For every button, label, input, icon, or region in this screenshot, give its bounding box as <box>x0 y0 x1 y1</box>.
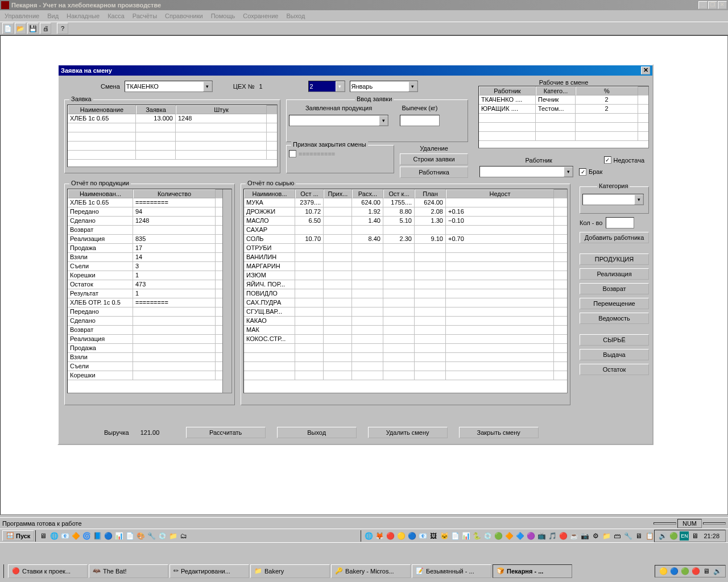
rasschitat-button[interactable]: Рассчитать <box>186 427 266 438</box>
table-row[interactable]: Остаток473 <box>68 280 231 289</box>
workers-grid[interactable]: Работник Катего... % ТКАЧЕНКО ....Печник… <box>478 86 649 148</box>
systray-icon[interactable]: 🔵 <box>669 567 679 576</box>
menu-kassa[interactable]: Касса <box>107 13 125 19</box>
table-row[interactable] <box>68 142 277 151</box>
table-row[interactable]: ХЛЕБ ОТР. 1с 0.5========= <box>68 298 231 307</box>
systray-icon[interactable]: 🖥 <box>702 567 711 576</box>
tray-icon[interactable]: ⚙ <box>591 531 600 541</box>
zakryt-smenu-button[interactable]: Закрыть смену <box>459 427 539 438</box>
systray-icon[interactable]: 🟢 <box>669 531 678 541</box>
tray-icon[interactable]: 🔷 <box>515 531 524 541</box>
tray-icon[interactable]: 🔧 <box>623 531 632 541</box>
table-row[interactable]: САХАР <box>244 226 567 235</box>
table-row[interactable]: Передано94 <box>68 207 231 217</box>
tray-icon[interactable]: 🟢 <box>494 531 503 541</box>
syrye-button[interactable]: СЫРЬЁ <box>580 334 649 346</box>
task-button[interactable]: 📁Bakery <box>250 564 330 578</box>
tray-icon[interactable]: 🎵 <box>548 531 557 541</box>
chevron-down-icon[interactable] <box>634 194 643 205</box>
task-button[interactable]: ✏Редактировани... <box>169 564 249 578</box>
chevron-down-icon[interactable] <box>336 81 345 92</box>
outlook-icon[interactable]: 📧 <box>60 531 69 541</box>
table-row[interactable]: КАКАО <box>244 317 567 326</box>
table-row[interactable]: Съели3 <box>68 262 231 271</box>
tray-icon[interactable]: 🐱 <box>440 531 449 541</box>
tray-icon[interactable]: 🌐 <box>364 531 373 541</box>
table-row[interactable]: КОКОС.СТР... <box>244 335 567 344</box>
vyhod-button[interactable]: Выход <box>277 427 357 438</box>
tray-icon[interactable]: 🖼 <box>429 531 438 541</box>
table-row[interactable]: Сделано1248 <box>68 217 231 226</box>
table-row[interactable]: Реализация835 <box>68 235 231 244</box>
tray-icon[interactable]: 📧 <box>418 531 427 541</box>
table-row[interactable]: ДРОЖЖИ10.721.928.802.08+0.16 <box>244 207 567 217</box>
table-row[interactable]: Передано <box>68 307 231 317</box>
start-button[interactable]: 🪟 Пуск <box>2 530 34 541</box>
tray-icon[interactable]: 🗃 <box>613 531 622 541</box>
table-row[interactable]: ХЛЕБ 1с 0.6513.0001248 <box>68 114 277 123</box>
systray-icon[interactable]: 🟡 <box>659 567 668 576</box>
kategoria-combo[interactable] <box>582 194 644 205</box>
table-row[interactable]: Возврат <box>68 226 231 235</box>
app-icon[interactable]: 🌀 <box>82 531 91 541</box>
tray-icon[interactable]: 📷 <box>580 531 589 541</box>
chevron-down-icon[interactable] <box>203 81 212 92</box>
dialog-titlebar[interactable]: Заявка на смену ✕ <box>59 65 652 76</box>
scrollbar[interactable] <box>222 189 231 393</box>
udalit-smenu-button[interactable]: Удалить смену <box>368 427 448 438</box>
print-icon[interactable]: 🖨 <box>40 23 51 34</box>
otchet-prod-grid[interactable]: Наименован... Количество ХЛЕБ 1с 0.65===… <box>67 189 232 393</box>
app-icon[interactable]: 🔧 <box>147 531 156 541</box>
systray-icon[interactable]: 🟢 <box>680 567 689 576</box>
tray-icon[interactable]: 📊 <box>461 531 470 541</box>
table-row[interactable]: Съели <box>68 362 231 371</box>
vvod-vypech-input[interactable] <box>400 115 440 126</box>
realizacia-button[interactable]: Реализация <box>580 268 649 280</box>
table-row[interactable]: Взяли14 <box>68 253 231 262</box>
systray-icon[interactable]: 🔊 <box>713 567 722 576</box>
tray-icon[interactable]: 📺 <box>537 531 546 541</box>
tray-icon[interactable]: 🔶 <box>504 531 514 541</box>
kolvo-input[interactable] <box>606 217 634 228</box>
table-row[interactable]: МАК <box>244 326 567 335</box>
table-row[interactable]: Продажа <box>68 344 231 353</box>
month-combo[interactable]: Январь <box>350 81 418 92</box>
table-row[interactable] <box>244 353 567 362</box>
table-row[interactable] <box>244 362 567 371</box>
menu-nakladnye[interactable]: Накладные <box>67 13 100 19</box>
table-row[interactable]: ИЗЮМ <box>244 271 567 280</box>
app-icon[interactable]: 📘 <box>93 531 102 541</box>
table-row[interactable] <box>479 123 648 132</box>
otchet-syr-grid[interactable]: Наиминов... Ост ... Прих... Расх... Ост … <box>243 189 568 393</box>
menu-sohranenie[interactable]: Сохранение <box>243 13 278 19</box>
close-button[interactable]: ✕ <box>718 1 727 9</box>
app-icon[interactable]: 📊 <box>114 531 123 541</box>
table-row[interactable]: МАРГАРИН <box>244 262 567 271</box>
table-row[interactable]: ЯЙИЧ. ПОР... <box>244 280 567 289</box>
table-row[interactable]: ЮРАЩИК ....Тестом...2 <box>479 105 648 114</box>
tray-icon[interactable]: 🔴 <box>386 531 395 541</box>
systray-icon[interactable]: 🖥 <box>690 531 700 541</box>
priznak-checkbox[interactable] <box>289 150 296 157</box>
table-row[interactable] <box>68 123 277 132</box>
tray-icon[interactable]: 📄 <box>450 531 460 541</box>
table-row[interactable]: Взяли <box>68 353 231 362</box>
table-row[interactable]: Сделано <box>68 317 231 326</box>
tray-icon[interactable]: ☕ <box>569 531 578 541</box>
save-icon[interactable]: 💾 <box>27 23 39 34</box>
produkcia-button[interactable]: ПРОДУКЦИЯ <box>580 253 649 265</box>
table-row[interactable]: СОЛЬ10.708.402.309.10+0.70 <box>244 235 567 244</box>
chevron-down-icon[interactable] <box>379 115 388 126</box>
add-worker-button[interactable]: Добавить работника <box>580 232 649 243</box>
task-button[interactable]: 🔑Bakery - Micros... <box>331 564 411 578</box>
table-row[interactable] <box>68 151 277 160</box>
app-icon[interactable]: 🗂 <box>179 531 188 541</box>
vedomost-button[interactable]: Ведомость <box>580 313 649 324</box>
rabotnik-combo[interactable] <box>479 166 573 177</box>
smena-combo[interactable]: ТКАЧЕНКО <box>125 81 213 92</box>
task-button[interactable]: 🔴Ставки к проек... <box>8 564 88 578</box>
table-row[interactable]: ОТРУБИ <box>244 244 567 253</box>
task-button-active[interactable]: 🍞Пекарня - ... <box>493 564 572 578</box>
task-button[interactable]: 📝Безымянный - ... <box>412 564 491 578</box>
new-icon[interactable]: 📄 <box>2 23 14 34</box>
